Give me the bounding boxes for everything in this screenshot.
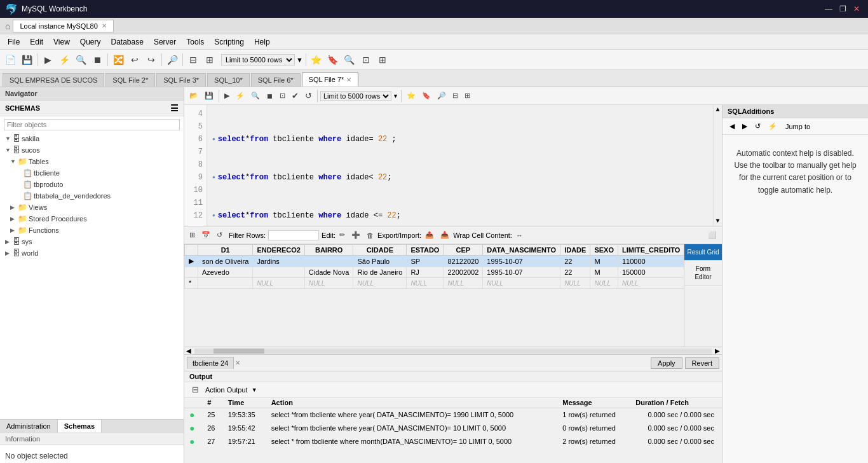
find-btn[interactable]: 🔎 xyxy=(435,90,449,101)
tree-item-sucos[interactable]: ▼ 🗄 sucos xyxy=(0,144,184,156)
sql-vscroll[interactable]: ▲ ▼ xyxy=(713,105,722,226)
save-file-btn[interactable]: 💾 xyxy=(202,90,216,101)
add-row-btn[interactable]: ➕ xyxy=(349,230,363,240)
additions-forward-btn[interactable]: ▶ xyxy=(739,121,750,132)
table-row[interactable]: * NULL NULL NULL NULL NULL NULL NULL xyxy=(185,278,684,289)
run-btn[interactable]: ▶ xyxy=(222,90,232,101)
revert-button[interactable]: Revert xyxy=(685,357,719,369)
menu-item-view[interactable]: View xyxy=(48,36,75,48)
rollback-btn[interactable]: ↺ xyxy=(302,90,315,102)
tab-close-sqlfile7*[interactable]: ✕ xyxy=(346,76,351,83)
schemas-tab[interactable]: Schemas xyxy=(58,420,102,432)
maximize-result-btn[interactable]: ⬜ xyxy=(705,230,719,240)
save-btn[interactable]: 💾 xyxy=(19,52,34,67)
tree-item-tbtabela[interactable]: 📋 tbtabela_de_vendedores xyxy=(0,190,184,202)
home-icon[interactable]: ⌂ xyxy=(5,21,10,31)
menu-item-query[interactable]: Query xyxy=(75,36,106,48)
minimize-button[interactable]: — xyxy=(822,3,835,15)
toggle-result-btn[interactable]: ⊡ xyxy=(277,90,288,101)
invisible-btn[interactable]: ⊟ xyxy=(450,90,461,101)
wrap-btn[interactable]: ↔ xyxy=(513,230,526,240)
tab-sqlempresadesucos[interactable]: SQL EMPRESA DE SUCOS xyxy=(3,73,104,86)
row-selector[interactable]: ▶ xyxy=(185,256,198,267)
zoom-btn[interactable]: 🔍 xyxy=(342,52,357,67)
col-btn[interactable]: ⊟ xyxy=(186,52,201,67)
menu-item-server[interactable]: Server xyxy=(149,36,181,48)
menu-item-file[interactable]: File xyxy=(3,36,25,48)
instance-tab-close[interactable]: ✕ xyxy=(102,22,107,29)
tab-sqlfile3*[interactable]: SQL File 3* xyxy=(156,73,206,86)
form-editor-btn[interactable]: Form Editor xyxy=(684,261,722,286)
new-query-btn[interactable]: 📄 xyxy=(3,52,18,67)
split-btn[interactable]: ⊞ xyxy=(462,90,473,101)
scroll-track[interactable] xyxy=(194,349,712,354)
col-header-selector[interactable] xyxy=(185,245,198,256)
out-col-duration[interactable]: Duration / Fetch xyxy=(630,397,722,408)
maximize-button[interactable]: ❐ xyxy=(836,3,849,15)
del-row-btn[interactable]: 🗑 xyxy=(364,230,376,240)
filter-rows-input[interactable] xyxy=(268,230,319,240)
star-btn[interactable]: ⭐ xyxy=(309,52,324,67)
tree-item-world[interactable]: ▶ 🗄 world xyxy=(0,247,184,259)
tree-item-tbcliente[interactable]: 📋 tbcliente xyxy=(0,167,184,179)
clear-output-btn[interactable]: ⊟ xyxy=(189,384,201,396)
limit-rows-select[interactable]: Limit to 5000 rows Limit to 1000 rows xyxy=(320,91,391,101)
col-header-cidade[interactable]: CIDADE xyxy=(353,245,407,256)
commit-btn[interactable]: ✔ xyxy=(289,90,301,102)
execute-selection-btn[interactable]: ⚡ xyxy=(57,52,72,67)
execute-btn[interactable]: ▶ xyxy=(40,52,55,67)
scroll-thumb[interactable] xyxy=(214,349,264,354)
table-row[interactable]: ▶ son de Oliveira Jardins São Paulo SP 8… xyxy=(185,256,684,267)
additions-back-btn[interactable]: ◀ xyxy=(726,121,738,132)
scroll-down-icon[interactable]: ▼ xyxy=(715,218,719,225)
col-header-bairro[interactable]: BAIRRO xyxy=(304,245,353,256)
menu-item-scripting[interactable]: Scripting xyxy=(209,36,249,48)
col-header-estado[interactable]: ESTADO xyxy=(407,245,444,256)
col-header-idade[interactable]: IDADE xyxy=(560,245,590,256)
tab-sqlfile2*[interactable]: SQL File 2* xyxy=(105,73,155,86)
out-col-message[interactable]: Message xyxy=(557,397,630,408)
edit-row-btn[interactable]: ✏ xyxy=(337,230,348,240)
stop-exec-btn[interactable]: ⏹ xyxy=(264,91,276,101)
menu-item-edit[interactable]: Edit xyxy=(25,36,48,48)
explain-btn[interactable]: 🔍 xyxy=(73,52,88,67)
stop-btn[interactable]: ⏹ xyxy=(90,52,105,67)
schemas-menu-icon[interactable]: ☰ xyxy=(170,103,179,113)
menu-item-database[interactable]: Database xyxy=(106,36,149,48)
limit-select[interactable]: Limit to 5000 rows Limit to 1000 rows Li… xyxy=(221,54,295,66)
open-file-btn[interactable]: 📂 xyxy=(187,90,201,101)
close-button[interactable]: ✕ xyxy=(850,3,863,15)
out-col-action[interactable]: Action xyxy=(266,397,558,408)
col2-btn[interactable]: ⊞ xyxy=(202,52,217,67)
result-grid-btn[interactable]: Result Grid xyxy=(684,244,722,261)
output-row-27[interactable]: ● 27 19:57:21 select * from tbcliente wh… xyxy=(184,435,722,448)
additions-action1-btn[interactable]: ↺ xyxy=(752,121,764,132)
tab-sqlfile7*[interactable]: SQL File 7*✕ xyxy=(302,73,359,86)
apply-button[interactable]: Apply xyxy=(651,357,682,369)
col-header-endereco2[interactable]: ENDERECO2 xyxy=(253,245,304,256)
beautify-btn[interactable]: 🔖 xyxy=(419,90,433,101)
col-header-cep[interactable]: CEP xyxy=(444,245,483,256)
undo-btn[interactable]: ↩ xyxy=(127,52,142,67)
col-header-data-nasc[interactable]: DATA_NASCIMENTO xyxy=(483,245,560,256)
tree-item-views[interactable]: ▶ 📁 Views xyxy=(0,202,184,213)
menu-item-help[interactable]: Help xyxy=(249,36,275,48)
col-header-sexo[interactable]: SEXO xyxy=(590,245,618,256)
run-sel-btn[interactable]: ⚡ xyxy=(233,90,247,101)
scroll-left-icon[interactable]: ◀ xyxy=(184,347,193,354)
redo-btn[interactable]: ↪ xyxy=(144,52,159,67)
result-tab-label[interactable]: tbcliente 24 xyxy=(187,357,234,369)
out-col-num[interactable]: # xyxy=(202,397,223,408)
tree-item-tables[interactable]: ▼ 📁 Tables xyxy=(0,156,184,167)
tree-item-sakila[interactable]: ▼ 🗄 sakila xyxy=(0,133,184,144)
tree-item-tbproduto[interactable]: 📋 tbproduto xyxy=(0,179,184,190)
result-cal-btn[interactable]: 📅 xyxy=(199,230,213,240)
scroll-right-icon[interactable]: ▶ xyxy=(713,347,722,354)
menu-item-tools[interactable]: Tools xyxy=(181,36,209,48)
toggle-btn[interactable]: 🔀 xyxy=(111,52,126,67)
tree-item-stored-procedures[interactable]: ▶ 📁 Stored Procedures xyxy=(0,213,184,225)
tab-sql_10*[interactable]: SQL_10* xyxy=(207,73,250,86)
tree-item-sys[interactable]: ▶ 🗄 sys xyxy=(0,236,184,247)
output-row-26[interactable]: ● 26 19:55:42 select *from tbcliente whe… xyxy=(184,422,722,435)
scroll-up-icon[interactable]: ▲ xyxy=(715,106,719,113)
